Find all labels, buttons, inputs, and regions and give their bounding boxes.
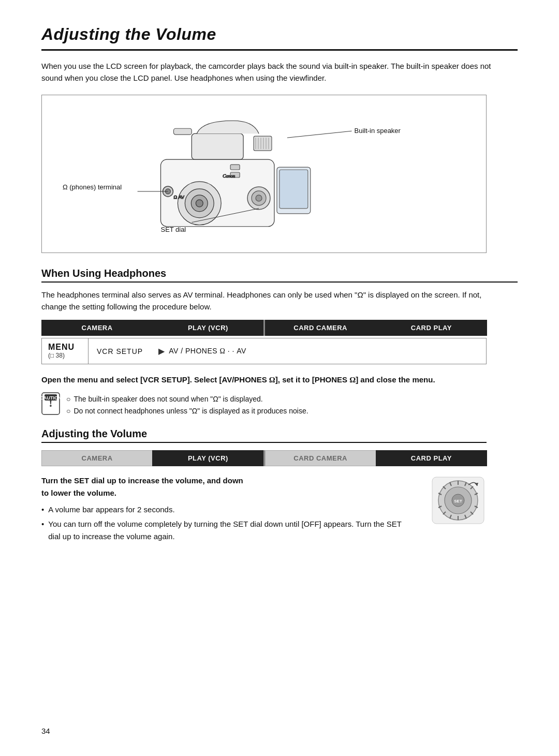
menu-row: MENU (□ 38) VCR SETUP ▶ AV / PHONES Ω · …: [41, 338, 487, 364]
vcr-setup-label: VCR SETUP: [97, 347, 143, 355]
svg-point-17: [252, 190, 266, 205]
mode-card-play-active: CARD PLAY: [376, 320, 487, 336]
title-rule: [41, 49, 518, 51]
bullet-dot-1: •: [41, 503, 44, 516]
volume-section-heading: Adjusting the Volume: [41, 428, 487, 443]
svg-text:SET: SET: [454, 499, 462, 503]
bullet-text-2: You can turn off the volume completely b…: [48, 518, 414, 543]
dial-instruction-text: Turn the SET dial up to increase the vol…: [41, 475, 419, 545]
note-bullet-2: ○: [66, 405, 70, 417]
svg-rect-6: [173, 128, 192, 135]
menu-ref: (□ 38): [48, 352, 65, 360]
svg-text:Built-in speaker: Built-in speaker: [355, 127, 401, 135]
set-dial-image: SET: [430, 475, 487, 526]
svg-rect-22: [230, 172, 240, 177]
headphones-bold-instruction: Open the menu and select [VCR SETUP]. Se…: [41, 374, 487, 386]
headphones-mode-bar: CAMERA PLAY (VCR) CARD CAMERA CARD PLAY: [41, 320, 487, 336]
warning-box: ! CAUTION ○ The built-in speaker does no…: [41, 393, 487, 419]
svg-point-15: [165, 188, 170, 194]
menu-arrow-icon: ▶: [158, 346, 165, 356]
svg-point-3: [191, 195, 208, 211]
volume-mode-bar: CAMERA PLAY (VCR) CARD CAMERA CARD PLAY: [41, 450, 487, 466]
menu-content-cell: VCR SETUP ▶ AV / PHONES Ω · · AV: [89, 338, 486, 364]
svg-text:SET dial: SET dial: [161, 225, 186, 233]
svg-rect-19: [277, 167, 311, 214]
svg-line-29: [192, 208, 259, 222]
menu-label-cell: MENU (□ 38): [42, 338, 89, 364]
bullet-text-1: A volume bar appears for 2 seconds.: [48, 503, 174, 516]
svg-rect-5: [192, 134, 243, 159]
svg-point-4: [196, 199, 203, 206]
dial-instruction-row: Turn the SET dial up to increase the vol…: [41, 475, 487, 545]
volume-mode-card-play-active: CARD PLAY: [376, 450, 487, 466]
bullet-list: • A volume bar appears for 2 seconds. • …: [41, 503, 414, 543]
mode-camera-active: CAMERA: [41, 320, 153, 336]
page-title: Adjusting the Volume: [41, 25, 518, 44]
warning-icon: ! CAUTION: [41, 392, 60, 419]
svg-point-16: [247, 186, 270, 209]
dial-bold-instruction: Turn the SET dial up to increase the vol…: [41, 475, 419, 499]
warning-text: ○ The built-in speaker does not sound wh…: [66, 393, 308, 417]
svg-point-2: [185, 188, 214, 217]
svg-text:CAUTION: CAUTION: [41, 395, 60, 401]
headphones-section-text: The headphones terminal also serves as A…: [41, 289, 507, 313]
camera-diagram: Canon Ω AV Built-in speaker Ω (phones) t…: [41, 95, 487, 253]
menu-label: MENU: [48, 343, 75, 352]
svg-point-1: [178, 181, 221, 225]
mode-play-vcr-active: PLAY (VCR): [152, 320, 263, 336]
note-line-1: The built-in speaker does not sound when…: [73, 393, 262, 405]
svg-rect-21: [230, 165, 240, 170]
volume-mode-card-camera-inactive: CARD CAMERA: [265, 450, 376, 466]
bullet-dot-2: •: [41, 518, 44, 530]
svg-text:Ω  AV: Ω AV: [173, 194, 184, 199]
note-line-2: Do not connect headphones unless "Ω" is …: [73, 405, 308, 417]
av-phones-label: AV / PHONES Ω · · AV: [169, 347, 246, 355]
volume-mode-camera-inactive: CAMERA: [41, 450, 153, 466]
svg-point-18: [256, 195, 262, 201]
page-number: 34: [41, 727, 50, 735]
svg-text:Canon: Canon: [223, 173, 235, 178]
bullet-item-1: • A volume bar appears for 2 seconds.: [41, 503, 414, 516]
svg-line-25: [287, 131, 352, 138]
headphones-section-heading: When Using Headphones: [41, 268, 518, 283]
svg-point-14: [163, 186, 173, 196]
svg-text:Ω (phones) terminal: Ω (phones) terminal: [63, 183, 122, 190]
svg-rect-20: [280, 170, 308, 209]
svg-rect-0: [161, 159, 274, 227]
volume-mode-play-vcr-active: PLAY (VCR): [152, 450, 263, 466]
intro-text: When you use the LCD screen for playback…: [41, 60, 507, 84]
bullet-item-2: • You can turn off the volume completely…: [41, 518, 414, 543]
mode-card-camera-active: CARD CAMERA: [265, 320, 376, 336]
svg-rect-7: [254, 136, 272, 151]
note-bullet-1: ○: [66, 393, 70, 405]
